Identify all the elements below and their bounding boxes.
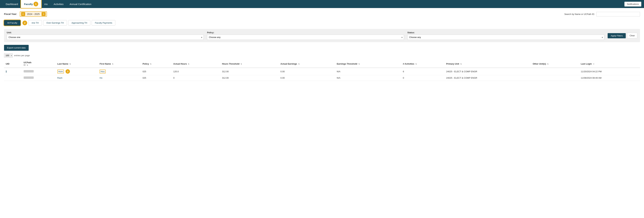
th-actual-hours: Actual Hours ⇅	[172, 60, 220, 68]
step1-badge: 1	[34, 2, 38, 6]
table-header-row: UID UCPathID ⇅ Last Name ⇅ First Name ⇅	[4, 60, 640, 68]
row2-primary-unit: 24025 - ELECT & COMP ENGR	[444, 75, 531, 81]
unit-select[interactable]: Choose one	[7, 35, 204, 40]
fiscal-year-text: 2024 - 2025	[26, 13, 41, 15]
fiscal-search-row: Fiscal Year: < 2024 - 2025 > Search by N…	[4, 11, 640, 17]
sort-ucpath-icon[interactable]: ⇅	[27, 64, 28, 66]
sort-earningsthreshold-icon[interactable]: ⇅	[358, 63, 360, 65]
tab-all-faculty[interactable]: All Faculty	[4, 20, 20, 26]
row1-first-name-value[interactable]: Hou	[100, 70, 106, 73]
fiscal-prev-button[interactable]: <	[21, 12, 25, 16]
row2-first-name-value[interactable]: Ho	[100, 77, 102, 79]
th-earnings-threshold: Earnings Threshold ⇅	[335, 60, 401, 68]
sort-lastlogin-icon[interactable]: ▼	[593, 63, 594, 65]
nav-activities[interactable]: Activities	[50, 0, 66, 8]
row1-ucpath-blurred	[24, 70, 34, 72]
row2-last-login: 11/08/2024 08:49 AM	[579, 75, 640, 81]
tab-over-earnings-th[interactable]: Over Earnings TH	[43, 20, 67, 26]
info-icon[interactable]: ℹ	[6, 70, 7, 73]
table-row: Rash Ho 025 0 312.00 0.00 N/A 0 24025 - …	[4, 75, 640, 81]
row2-policy: 025	[141, 75, 172, 81]
unit-select-wrapper: Choose one	[7, 35, 204, 40]
nav-dashboard[interactable]: Dashboard	[3, 0, 21, 8]
search-input[interactable]	[596, 12, 640, 16]
entries-select[interactable]: 100	[4, 53, 13, 58]
sort-hoursthreshold-icon[interactable]: ⇅	[240, 63, 242, 65]
th-hours-threshold: Hours Threshold ⇅	[220, 60, 279, 68]
th-primary-unit: Primary Unit ⇅	[444, 60, 531, 68]
row1-hours-threshold: 312.00	[220, 68, 279, 75]
row2-actual-earnings: 0.00	[279, 75, 335, 81]
sort-primaryunit-icon[interactable]: ⇅	[460, 63, 462, 65]
sort-actualhours-icon[interactable]: ⇅	[188, 63, 189, 65]
th-first-name: First Name ⇅	[98, 60, 141, 68]
data-table-wrapper: UID UCPathID ⇅ Last Name ⇅ First Name ⇅	[4, 60, 640, 81]
row2-other-units	[531, 75, 579, 81]
row1-policy: 025	[141, 68, 172, 75]
nav-annual-certification[interactable]: Annual Certification	[66, 0, 94, 8]
unit-filter-group: Unit: Choose one	[7, 31, 204, 40]
policy-select-wrapper: Choose any	[207, 35, 404, 40]
status-select-wrapper: Choose any	[407, 35, 604, 40]
policy-filter-group: Policy: Choose any	[207, 31, 404, 40]
status-select[interactable]: Choose any	[407, 35, 604, 40]
sort-policy-icon[interactable]: ⇅	[150, 63, 151, 65]
step2-badge: 2	[22, 21, 27, 25]
nav-ms[interactable]: ms	[41, 0, 50, 8]
step3-badge: 3	[66, 69, 70, 74]
tab-ime-th[interactable]: ime TH	[28, 20, 42, 26]
fiscal-label: Fiscal Year:	[4, 13, 17, 15]
sort-firstname-icon[interactable]: ⇅	[112, 63, 113, 65]
filter-bar: Unit: Choose one Policy: Choose any Stat…	[4, 29, 640, 42]
row2-first-name: Ho	[98, 75, 141, 81]
th-last-name: Last Name ⇅	[56, 60, 98, 68]
row2-num-activities: 0	[401, 75, 444, 81]
row2-uid	[4, 75, 22, 81]
main-content: Fiscal Year: < 2024 - 2025 > Search by N…	[0, 8, 644, 218]
clear-filters-button[interactable]: Clear	[627, 33, 637, 38]
entries-wrapper: 100	[4, 53, 13, 58]
unit-filter-label: Unit:	[7, 31, 204, 34]
nav-bar: Dashboard Faculty 1 ms Activities Annual…	[0, 0, 644, 8]
th-actual-earnings: Actual Earnings ⇅	[279, 60, 335, 68]
search-section: Search by Name or UCPath ID:	[564, 12, 640, 16]
fiscal-year-control: < 2024 - 2025 >	[20, 11, 47, 17]
row2-last-name-value[interactable]: Rash	[57, 77, 62, 79]
th-num-activities: # Activities ⇅	[401, 60, 444, 68]
sort-lastname-icon[interactable]: ⇅	[70, 63, 71, 65]
row1-uid: ℹ	[4, 68, 22, 75]
sort-activities-icon[interactable]: ⇅	[415, 63, 417, 65]
th-policy: Policy ⇅	[141, 60, 172, 68]
th-last-login: Last Login ▼	[579, 60, 640, 68]
row1-last-login: 11/20/2024 04:22 PM	[579, 68, 640, 75]
sort-actualearnings-icon[interactable]: ⇅	[298, 63, 300, 65]
th-ucpath-id: UCPathID ⇅	[22, 60, 56, 68]
fiscal-next-button[interactable]: >	[42, 12, 46, 16]
notifications-button[interactable]: Notifications	[624, 2, 641, 6]
row1-actual-earnings: 0.00	[279, 68, 335, 75]
row1-num-activities: 6	[401, 68, 444, 75]
filter-actions: Apply Filters Clear	[608, 33, 637, 38]
th-other-units: Other Unit(s) ⇅	[531, 60, 579, 68]
export-button[interactable]: Export current data	[4, 45, 29, 51]
row1-ucpath-id	[22, 68, 56, 75]
apply-filters-button[interactable]: Apply Filters	[608, 33, 626, 38]
status-filter-group: Status: Choose any	[407, 31, 604, 40]
sort-otherunits-icon[interactable]: ⇅	[547, 63, 548, 65]
row2-hours-threshold: 312.00	[220, 75, 279, 81]
nav-faculty[interactable]: Faculty 1	[21, 0, 41, 8]
row2-actual-hours: 0	[172, 75, 220, 81]
row1-last-name-value[interactable]: Hom	[57, 70, 64, 73]
row1-earnings-threshold: N/A	[335, 68, 401, 75]
row1-last-name[interactable]: Hom 3	[56, 68, 98, 75]
policy-select[interactable]: Choose any	[207, 35, 404, 40]
tab-approaching-th[interactable]: Approaching TH	[68, 20, 90, 26]
row1-actual-hours: 120.0	[172, 68, 220, 75]
row2-ucpath-blurred	[24, 77, 34, 79]
row1-other-units	[531, 68, 579, 75]
search-label: Search by Name or UCPath ID:	[564, 13, 595, 15]
row2-earnings-threshold: N/A	[335, 75, 401, 81]
tab-faculty-payments[interactable]: Faculty Payments	[92, 20, 115, 26]
faculty-table: UID UCPathID ⇅ Last Name ⇅ First Name ⇅	[4, 60, 640, 81]
filter-tabs: All Faculty 2 ime TH Over Earnings TH Ap…	[4, 20, 640, 26]
